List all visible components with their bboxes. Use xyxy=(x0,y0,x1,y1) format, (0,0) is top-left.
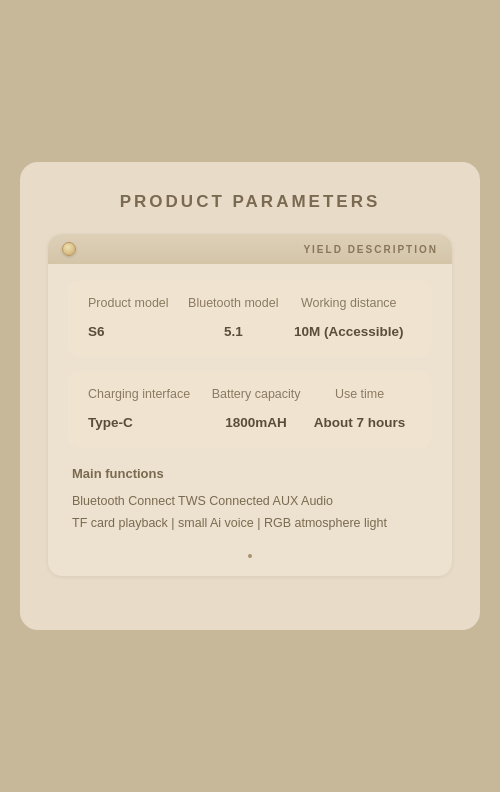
specs-table-2: Charging interface Battery capacity Use … xyxy=(88,387,412,430)
specs-table-2-container: Charging interface Battery capacity Use … xyxy=(68,371,432,448)
col-header-bluetooth-model: Bluetooth model xyxy=(181,296,285,320)
val-use-time: About 7 hours xyxy=(307,411,412,430)
card-header-label: YIELD DESCRIPTION xyxy=(303,244,438,255)
col-header-use-time: Use time xyxy=(307,387,412,411)
val-bluetooth-model: 5.1 xyxy=(181,320,285,339)
val-charging: Type-C xyxy=(88,411,205,430)
val-working-distance: 10M (Accessible) xyxy=(285,320,412,339)
outer-container: PRODUCT PARAMETERS YIELD DESCRIPTION Pro… xyxy=(20,162,480,630)
main-functions-section: Main functions Bluetooth Connect TWS Con… xyxy=(68,466,432,534)
specs-table-1-container: Product model Bluetooth model Working di… xyxy=(68,280,432,357)
card-body: Product model Bluetooth model Working di… xyxy=(48,264,452,576)
specs-table-1: Product model Bluetooth model Working di… xyxy=(88,296,412,339)
col-header-charging: Charging interface xyxy=(88,387,205,411)
col-header-product-model: Product model xyxy=(88,296,181,320)
val-product-model: S6 xyxy=(88,320,181,339)
val-battery: 1800mAH xyxy=(205,411,307,430)
col-header-battery: Battery capacity xyxy=(205,387,307,411)
main-functions-title: Main functions xyxy=(72,466,428,481)
main-functions-line-2: TF card playback | small Ai voice | RGB … xyxy=(72,513,428,534)
col-header-working-distance: Working distance xyxy=(285,296,412,320)
product-card: YIELD DESCRIPTION Product model Bluetoot… xyxy=(48,234,452,576)
main-functions-line-1: Bluetooth Connect TWS Connected AUX Audi… xyxy=(72,491,428,512)
dot-indicator-icon xyxy=(248,554,252,558)
card-header: YIELD DESCRIPTION xyxy=(48,234,452,264)
page-title: PRODUCT PARAMETERS xyxy=(48,192,452,212)
header-dot-icon xyxy=(62,242,76,256)
